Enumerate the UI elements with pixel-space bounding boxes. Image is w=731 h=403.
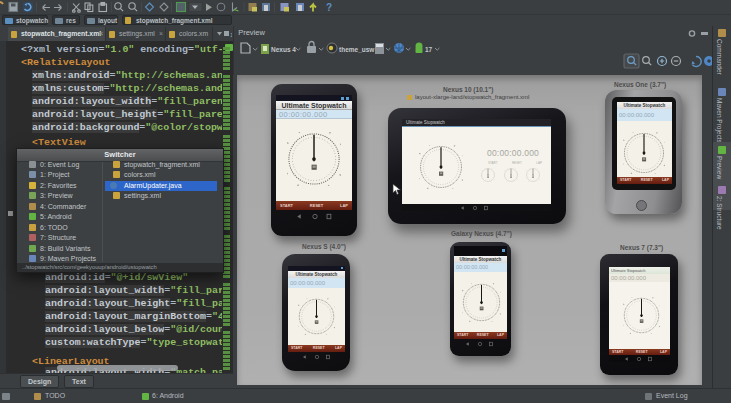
svg-text:theme_usw: theme_usw — [339, 46, 375, 53]
svg-text:1: 1 — [230, 32, 232, 38]
svg-text:?: ? — [326, 2, 332, 13]
svg-text:17: 17 — [425, 46, 433, 53]
svg-text:Nexus 4: Nexus 4 — [271, 46, 296, 53]
